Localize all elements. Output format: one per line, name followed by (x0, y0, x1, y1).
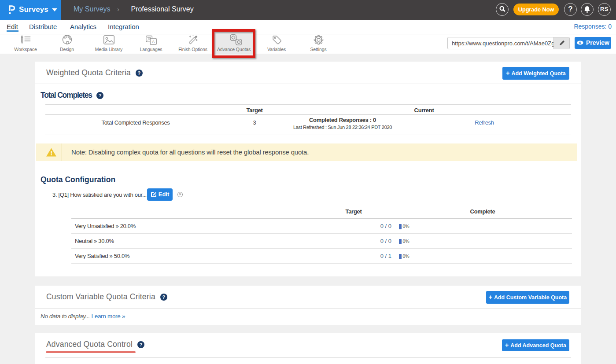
svg-text:A: A (152, 39, 155, 44)
